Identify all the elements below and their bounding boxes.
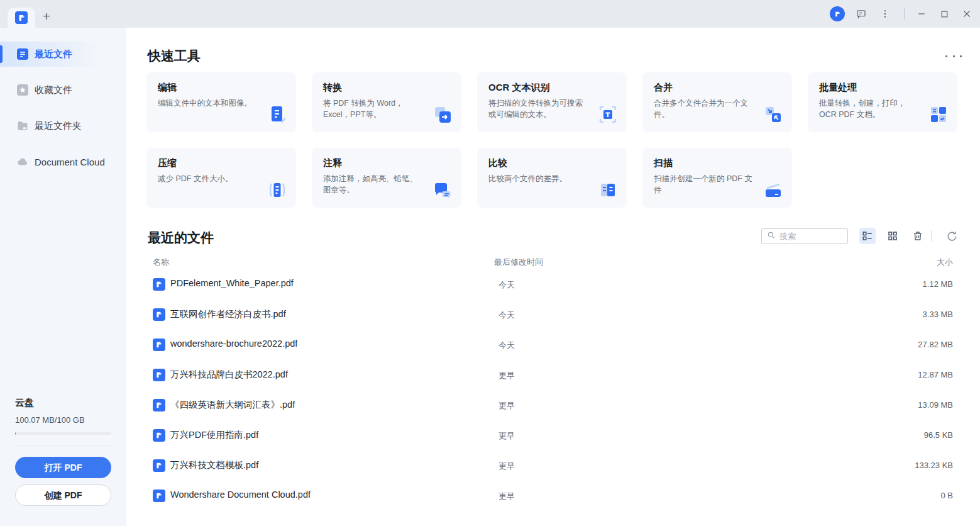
- file-row[interactable]: PDFelement_White_Paper.pdf今天1.12 MB: [126, 269, 980, 299]
- file-modified: 更早: [498, 430, 515, 442]
- quick-tool-card-merge[interactable]: 合并合并多个文件合并为一个文件。: [642, 72, 792, 132]
- active-indicator: [0, 45, 3, 63]
- pdf-file-icon: [153, 339, 165, 351]
- card-description: 将 PDF 转换为 Word，Excel，PPT等。: [323, 98, 424, 120]
- app-tab[interactable]: [8, 8, 35, 28]
- cloud-storage-progressbar: [15, 432, 111, 435]
- sidebar-item-label: 收藏文件: [35, 84, 72, 96]
- file-name: Wondershare Document Cloud.pdf: [170, 490, 311, 500]
- file-size: 27.82 MB: [918, 340, 953, 349]
- convert-icon: [432, 104, 453, 125]
- cloud-storage-usage: 100.07 MB/100 GB: [15, 415, 111, 425]
- file-size: 133.23 KB: [915, 461, 953, 470]
- edit-icon: [267, 104, 287, 125]
- pdf-file-icon: [153, 278, 165, 291]
- close-button[interactable]: [957, 4, 976, 23]
- quick-tools-title: 快速工具: [148, 47, 201, 65]
- card-description: 批量转换，创建，打印，OCR PDF 文档。: [819, 98, 920, 120]
- recent-files-header: 名称 最后修改时间 大小: [126, 257, 980, 269]
- quick-tool-card-convert[interactable]: 转换将 PDF 转换为 Word，Excel，PPT等。: [312, 72, 461, 132]
- file-size: 0 B: [940, 491, 953, 500]
- file-name: 万兴PDF使用指南.pdf: [170, 429, 258, 441]
- file-modified: 更早: [498, 491, 515, 502]
- titlebar-divider: [904, 8, 905, 20]
- maximize-button[interactable]: [935, 4, 954, 23]
- pdfelement-logo-icon: [15, 11, 28, 24]
- sidebar-item-starred-files[interactable]: 收藏文件: [0, 77, 126, 103]
- file-modified: 更早: [498, 370, 515, 381]
- card-description: 将扫描的文件转换为可搜索或可编辑的文本。: [488, 98, 589, 120]
- annotate-icon: [432, 180, 453, 200]
- sidebar-item-recent-files[interactable]: 最近文件: [0, 42, 126, 67]
- recent-folders-icon: [17, 120, 28, 132]
- starred-files-icon: [17, 84, 28, 96]
- file-size: 12.87 MB: [918, 370, 953, 379]
- toolbar-divider: [931, 230, 932, 242]
- pdf-file-icon: [153, 399, 165, 411]
- compress-icon: [267, 180, 287, 200]
- file-name: 万兴科技文档模板.pdf: [170, 459, 258, 471]
- file-row[interactable]: 《四级英语新大纲词汇表》.pdf更早13.09 MB: [126, 390, 980, 420]
- quick-tool-card-edit[interactable]: 编辑编辑文件中的文本和图像。: [146, 72, 296, 132]
- file-modified: 今天: [498, 279, 515, 291]
- column-modified: 最后修改时间: [494, 257, 543, 268]
- card-title: 编辑: [158, 82, 285, 94]
- grid-view-icon[interactable]: [884, 228, 901, 244]
- trash-icon[interactable]: [910, 228, 926, 244]
- column-name: 名称: [153, 257, 169, 268]
- file-row[interactable]: 互联网创作者经济白皮书.pdf今天3.33 MB: [126, 299, 980, 330]
- batch-icon: [928, 104, 949, 125]
- quick-tool-card-ocr[interactable]: OCR 文本识别将扫描的文件转换为可搜索或可编辑的文本。: [477, 72, 627, 132]
- card-title: 批量处理: [819, 82, 946, 94]
- list-view-icon[interactable]: [859, 228, 876, 244]
- open-pdf-button[interactable]: 打开 PDF: [15, 457, 111, 478]
- search-input[interactable]: [779, 232, 842, 241]
- card-description: 减少 PDF 文件大小。: [158, 173, 258, 184]
- pdf-file-icon: [153, 308, 165, 321]
- file-row[interactable]: wondershare-brochure2022.pdf今天27.82 MB: [126, 330, 980, 360]
- compare-icon: [598, 180, 618, 200]
- sidebar-item-label: 最近文件夹: [35, 120, 82, 132]
- account-logo-icon[interactable]: [830, 6, 845, 21]
- search-box[interactable]: [761, 228, 848, 244]
- quick-tools-more-icon[interactable]: [945, 52, 962, 60]
- quick-tool-card-compress[interactable]: 压缩减少 PDF 文件大小。: [146, 148, 296, 208]
- pdf-file-icon: [153, 429, 165, 442]
- card-description: 扫描并创建一个新的 PDF 文件: [654, 173, 754, 196]
- file-size: 1.12 MB: [923, 279, 953, 289]
- file-name: 万兴科技品牌白皮书2022.pdf: [170, 369, 288, 381]
- ocr-icon: [598, 104, 618, 125]
- file-name: PDFelement_White_Paper.pdf: [170, 278, 294, 288]
- card-description: 比较两个文件的差异。: [488, 173, 589, 184]
- quick-tool-card-batch[interactable]: 批量处理批量转换，创建，打印，OCR PDF 文档。: [808, 72, 957, 132]
- file-row[interactable]: 万兴科技文档模板.pdf更早133.23 KB: [126, 450, 980, 481]
- refresh-icon[interactable]: [944, 228, 960, 244]
- file-name: 《四级英语新大纲词汇表》.pdf: [170, 399, 295, 411]
- pdf-file-icon: [153, 369, 165, 381]
- sidebar-item-document-cloud[interactable]: Document Cloud: [0, 149, 126, 174]
- cloud-storage-section: 云盘 100.07 MB/100 GB 打开 PDF 创建 PDF: [15, 397, 111, 506]
- card-description: 合并多个文件合并为一个文件。: [654, 98, 754, 120]
- main-content: 快速工具 编辑编辑文件中的文本和图像。转换将 PDF 转换为 Word，Exce…: [126, 28, 980, 526]
- quick-tool-card-annotate[interactable]: 注释添加注释，如高亮、铅笔、图章等。: [312, 148, 461, 208]
- recent-files-toolbar: [126, 228, 980, 245]
- feedback-icon[interactable]: [854, 6, 869, 21]
- file-row[interactable]: 万兴PDF使用指南.pdf更早96.5 KB: [126, 420, 980, 450]
- create-pdf-button[interactable]: 创建 PDF: [15, 484, 111, 506]
- file-size: 96.5 KB: [924, 430, 953, 440]
- quick-tool-card-compare[interactable]: 比较比较两个文件的差异。: [477, 148, 627, 208]
- scan-icon: [763, 180, 783, 200]
- new-tab-button[interactable]: +: [39, 9, 54, 24]
- merge-icon: [763, 104, 783, 125]
- more-menu-icon[interactable]: [878, 6, 893, 21]
- minimize-button[interactable]: [912, 4, 931, 23]
- file-row[interactable]: Wondershare Document Cloud.pdf更早0 B: [126, 481, 980, 511]
- cloud-storage-title: 云盘: [15, 397, 111, 409]
- file-row[interactable]: 万兴科技品牌白皮书2022.pdf更早12.87 MB: [126, 360, 980, 390]
- pdf-file-icon: [153, 490, 165, 502]
- quick-tool-card-scan[interactable]: 扫描扫描并创建一个新的 PDF 文件: [642, 148, 792, 208]
- card-title: 压缩: [158, 157, 285, 169]
- card-title: 扫描: [654, 157, 781, 169]
- file-name: 互联网创作者经济白皮书.pdf: [170, 308, 286, 320]
- sidebar-item-recent-folders[interactable]: 最近文件夹: [0, 113, 126, 138]
